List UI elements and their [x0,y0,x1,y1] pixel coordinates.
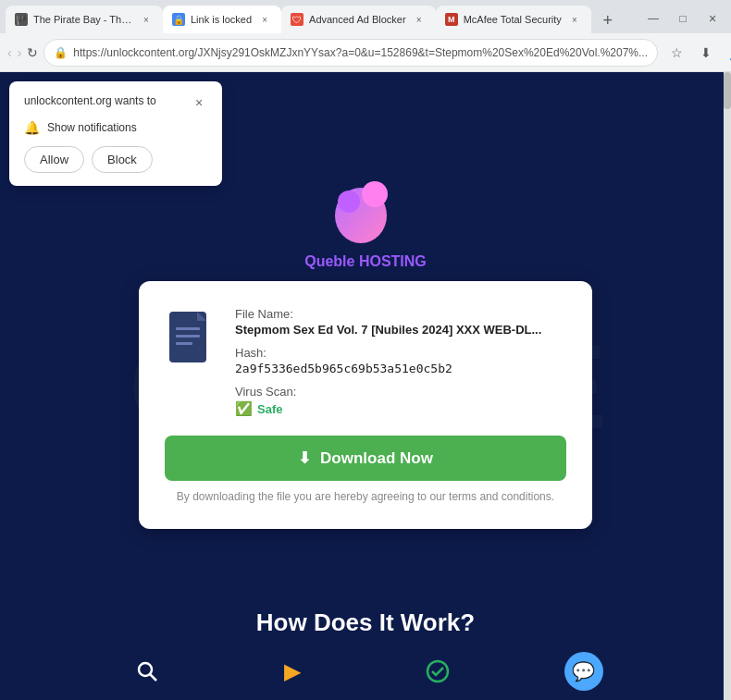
scrollbar[interactable] [724,72,731,700]
tab-close-2[interactable]: × [257,12,272,27]
download-icon[interactable]: ⬇ [693,40,719,66]
page-area: QUEBLE unlockcontent.org wants to × 🔔 Sh… [0,72,731,700]
tab-mcafee[interactable]: M McAfee Total Security × [436,6,591,33]
terms-text: By downloading the file you are hereby a… [165,490,566,503]
profile-icon[interactable]: 👤 [723,40,731,66]
tab-bar: 🏴 The Pirate Bay - The g... × 🔒 Link is … [0,0,731,33]
card-with-logo: Queble HOSTING File Name: Stepmo [139,174,592,529]
maximize-button[interactable]: □ [670,6,696,31]
back-button[interactable]: ‹ [7,40,12,66]
download-now-button[interactable]: ⬇ Download Now [165,436,566,481]
toolbar-actions: ☆ ⬇ 👤 ⋮ [663,40,731,66]
block-button[interactable]: Block [92,146,153,173]
check-circle-icon: ✅ [235,400,253,417]
logo-blob [328,174,403,248]
svg-point-2 [338,190,360,213]
hash-value: 2a9f5336ed5b965c69b53a51e0c5b2 [235,362,566,375]
how-section: How Does It Work? [256,608,475,637]
popup-notification-row: 🔔 Show notifications [24,120,207,135]
svg-line-9 [150,674,156,681]
tab-pirate-bay[interactable]: 🏴 The Pirate Bay - The g... × [6,6,163,33]
svg-point-8 [139,663,152,676]
how-title: How Does It Work? [256,608,475,637]
notification-popup: unlockcontent.org wants to × 🔔 Show noti… [9,81,222,186]
tab-close-1[interactable]: × [139,12,154,27]
svg-rect-6 [176,335,200,338]
chat-icon-bottom[interactable]: 💬 [564,652,603,691]
tab-label-3: Advanced Ad Blocker [309,14,406,25]
minimize-button[interactable]: — [640,6,666,31]
refresh-button[interactable]: ↻ [27,40,38,66]
forward-button[interactable]: › [18,40,22,66]
search-svg [135,659,159,683]
logo-title: Queble HOSTING [304,253,427,270]
tab-favicon-1: 🏴 [15,13,28,26]
address-text: https://unlockcontent.org/JXNjsy291OskMZ… [73,46,648,59]
tab-link-locked[interactable]: 🔒 Link is locked × [163,6,281,33]
tab-label-2: Link is locked [191,14,252,25]
svg-rect-7 [176,342,192,345]
scrollbar-thumb[interactable] [724,72,731,109]
tab-label-1: The Pirate Bay - The g... [33,14,133,25]
bottom-icons-row: ▶ 💬 [0,652,731,691]
virus-scan-label: Virus Scan: [235,385,566,399]
toolbar: ‹ › ↻ 🔒 https://unlockcontent.org/JXNjsy… [0,33,731,72]
file-name-label: File Name: [235,307,566,321]
file-info-section: File Name: Stepmom Sex Ed Vol. 7 [Nubile… [165,307,566,417]
svg-rect-5 [176,327,200,330]
hash-label: Hash: [235,346,566,360]
search-icon-bottom [129,653,166,690]
check-svg [426,659,450,683]
svg-point-10 [427,661,448,682]
popup-close-button[interactable]: × [191,94,207,111]
file-name-value: Stepmom Sex Ed Vol. 7 [Nubiles 2024] XXX… [235,323,566,337]
svg-point-1 [362,181,388,207]
popup-title: unlockcontent.org wants to [24,94,156,107]
check-icon-bottom [419,653,456,690]
bell-icon: 🔔 [24,120,40,135]
popup-header: unlockcontent.org wants to × [24,94,207,111]
address-bar[interactable]: 🔒 https://unlockcontent.org/JXNjsy291Osk… [43,39,658,67]
tab-ad-blocker[interactable]: 🛡 Advanced Ad Blocker × [281,6,436,33]
browser-chrome: 🏴 The Pirate Bay - The g... × 🔒 Link is … [0,0,731,72]
tab-close-4[interactable]: × [567,12,582,27]
tab-label-4: McAfee Total Security [464,14,562,25]
allow-button[interactable]: Allow [24,146,84,173]
tab-favicon-3: 🛡 [291,13,304,26]
tab-favicon-4: M [445,13,458,26]
bookmark-icon[interactable]: ☆ [663,40,689,66]
tab-close-3[interactable]: × [412,12,427,27]
lock-icon: 🔒 [54,46,68,59]
file-icon-wrapper [165,307,220,372]
tab-favicon-2: 🔒 [172,13,185,26]
popup-buttons: Allow Block [24,146,207,173]
close-window-button[interactable]: × [700,6,725,31]
new-tab-button[interactable]: + [595,7,621,33]
show-notifications-label: Show notifications [47,121,137,134]
virus-scan-value: ✅ Safe [235,400,566,417]
file-details: File Name: Stepmom Sex Ed Vol. 7 [Nubile… [235,307,566,417]
cursor-icon-bottom: ▶ [274,653,311,690]
file-icon [165,307,220,372]
download-btn-label: Download Now [320,449,433,468]
file-card: File Name: Stepmom Sex Ed Vol. 7 [Nubile… [139,281,592,529]
download-arrow-icon: ⬇ [298,448,311,468]
